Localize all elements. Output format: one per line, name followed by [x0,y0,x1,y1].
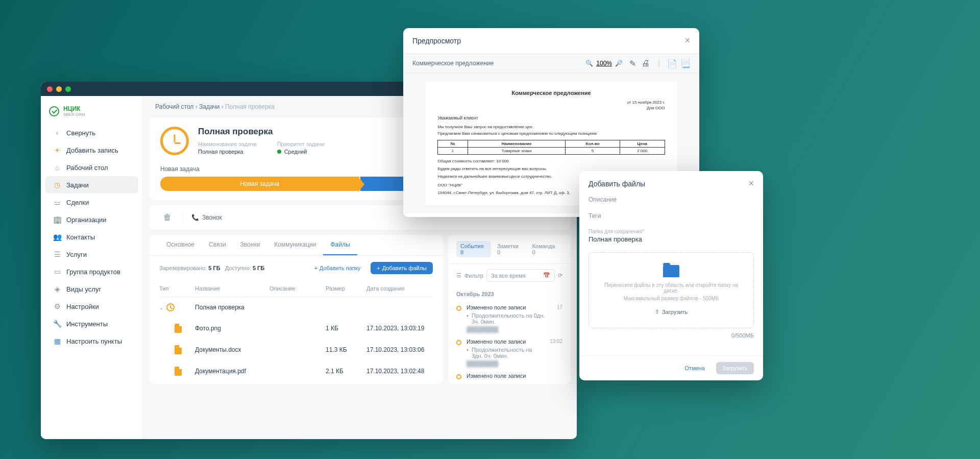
sidebar-tasks[interactable]: ◷Задачи [45,176,138,194]
chevron-left-icon: ‹ [53,129,61,137]
gear-icon: ⚙ [53,302,61,310]
trash-icon: 🗑 [163,213,172,222]
table-row[interactable]: ⌄ Полная проверка [159,297,433,318]
file-icon [175,324,182,333]
logo: НЦИК SBER CRM [41,101,142,124]
filter-row: ☰ Фильтр За все время📅 ⟳ [448,264,571,287]
breadcrumb-root[interactable]: Рабочий стол [155,103,193,110]
collapse-button[interactable]: ‹Свернуть [45,124,138,141]
doc-total: Общая стоимость составляет: 10 000 [437,159,665,163]
zoom-out-icon[interactable]: 🔍 [585,60,593,67]
preview-doc-name: Коммерческое предложение [412,60,494,67]
zoom-value[interactable]: 100% [596,60,612,67]
event-dot-icon [456,306,461,311]
right-tabs: События 8 Заметки 0 Команда 0 [448,235,571,264]
event-blurred: ████████ [467,360,545,367]
breadcrumb-tasks[interactable]: Задачи [199,103,219,110]
sidebar-servicetypes[interactable]: ◈Виды услуг [45,280,138,298]
delete-button[interactable]: 🗑 [160,210,175,225]
refresh-icon[interactable]: ⟳ [558,272,562,279]
sidebar-products[interactable]: ▭Группа продуктов [45,263,138,280]
sidebar-deals[interactable]: ⚍Сделки [45,194,138,211]
doc-recipient: Для ООО [437,106,665,110]
col-size: Размер [326,285,366,292]
sidebar-customize[interactable]: ▦Настроить пункты [45,332,138,350]
task-prio-value: Средний [284,149,307,155]
table-row[interactable]: Документация.pdf 2.1 КБ 17.10.2023, 13:0… [159,360,433,382]
submit-button[interactable]: Загрузить [716,362,754,374]
window-close-dot[interactable] [47,86,53,92]
stage-new[interactable]: Новая задача [160,177,359,191]
month-label: Октябрь 2023 [448,287,571,301]
storage-info: Зарезервировано: 5 ГБ Доступно: 5 ГБ +До… [149,256,443,280]
add-files-button[interactable]: +Добавить файлы [371,262,433,274]
tab-files[interactable]: Файлы [323,235,357,255]
table-row[interactable]: Документы.docx 11.3 КБ 17.10.2023, 13:03… [159,339,433,360]
sidebar-tools[interactable]: 🔧Инструменты [45,315,138,332]
sidebar-desktop[interactable]: ⌂Рабочий стол [45,159,138,176]
drop-text: Максимальный размер файлов - 500МБ [597,296,745,301]
preview-toolbar: Коммерческое предложение 🔍 100% 🔎 ✎ 🖨 | … [403,54,699,74]
briefcase-icon: ⚍ [53,198,61,206]
plus-icon: + [377,265,380,271]
event-item: Изменено поле записи Продолжительность н… [448,301,571,335]
print-icon[interactable]: 🖨 [641,59,650,68]
tags-label[interactable]: Теги [589,212,754,220]
rtab-team[interactable]: Команда 0 [528,241,562,257]
window-max-dot[interactable] [65,86,71,92]
sidebar-services[interactable]: ☰Услуги [45,246,138,263]
plus-icon: + [314,265,317,271]
doc-para: Мы получили Ваш запрос на предоставление… [437,125,665,129]
export-doc-icon[interactable]: 📃 [681,59,690,68]
upload-counter: 0/500МБ [589,332,754,339]
upload-close-button[interactable]: × [748,178,754,189]
home-icon: ⌂ [53,163,61,172]
doc-table: №НаименованиеКол-воЦена 1Товарные знаки5… [437,140,665,155]
zoom-in-icon[interactable]: 🔎 [615,60,623,67]
tab-calls[interactable]: Звонки [233,235,267,255]
sidebar-settings[interactable]: ⚙Настройки [45,298,138,315]
tab-main[interactable]: Основное [159,235,202,255]
sidebar: НЦИК SBER CRM ‹Свернуть +Добавить запись… [41,96,143,439]
clock-icon: ◷ [53,181,61,189]
plus-icon: + [53,146,61,154]
tab-comm[interactable]: Коммуникации [267,235,323,255]
file-table: Тип Название Описание Размер Дата создан… [149,280,443,382]
preview-close-button[interactable]: × [684,35,690,46]
chevron-down-icon[interactable]: ⌄ [159,305,163,310]
col-type: Тип [159,285,195,292]
rtab-events[interactable]: События 8 [456,241,491,257]
logo-subtitle: SBER CRM [63,112,85,117]
upload-modal: Добавить файлы × Описание Теги Папка для… [579,171,763,380]
files-panel: Основное Связи Звонки Коммуникации Файлы… [149,235,443,384]
call-button[interactable]: 📞Звонок [191,214,222,221]
load-button[interactable]: ⇪Загрузить [655,308,688,315]
export-pdf-icon[interactable]: 📄 [668,59,677,68]
add-folder-button[interactable]: +Добавить папку [308,262,367,274]
window-min-dot[interactable] [56,86,62,92]
drop-zone[interactable]: Перенесите файлы в эту область или откро… [589,252,754,328]
event-dot-icon [456,340,461,345]
folder-label: Папка для сохранения* [589,229,754,234]
desc-label[interactable]: Описание [589,196,754,203]
rtab-notes[interactable]: Заметки 0 [493,241,526,257]
sidebar-add[interactable]: +Добавить запись [45,141,138,159]
cancel-button[interactable]: Отмена [678,362,710,374]
tab-links[interactable]: Связи [202,235,233,255]
folder-value[interactable]: Полная проверка [589,235,754,243]
sidebar-orgs[interactable]: 🏢Организации [45,211,138,228]
filter-icon[interactable]: ☰ [456,272,461,279]
sidebar-contacts[interactable]: 👥Контакты [45,228,138,246]
filter-select[interactable]: За все время📅 [486,269,555,282]
event-blurred: ████████ [467,326,552,332]
doc-salutation: Уважаемый клиент [437,115,665,120]
event-dot-icon [456,374,461,379]
tabs: Основное Связи Звонки Коммуникации Файлы [149,235,443,256]
people-icon: 👥 [53,233,61,241]
preview-title: Предпросмотр [412,37,461,45]
doc-date: от 15 ноября 2023 г. [437,100,665,105]
edit-icon[interactable]: ✎ [628,59,637,68]
table-row[interactable]: Фото.png 1 КБ 17.10.2023, 13:03:19 [159,318,433,339]
drop-text: Перенесите файлы в эту область или откро… [597,282,745,294]
tag-icon: ◈ [53,285,61,293]
